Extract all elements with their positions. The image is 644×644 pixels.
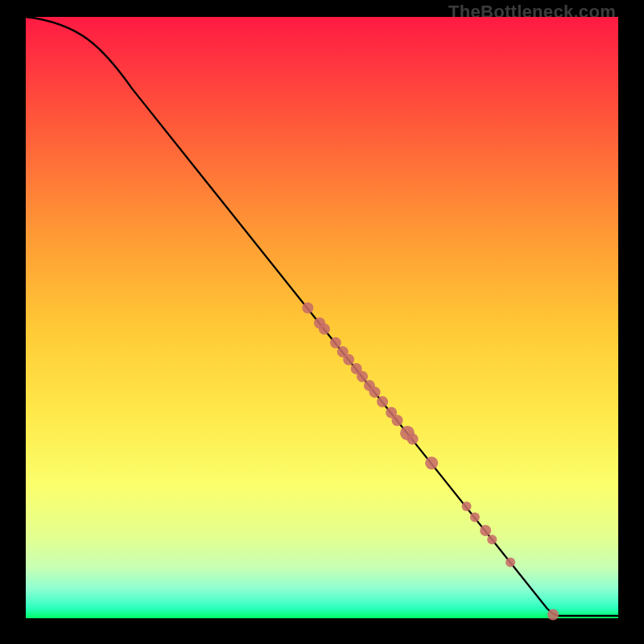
points-group: [302, 303, 559, 621]
data-point: [506, 558, 515, 568]
data-point: [470, 513, 480, 522]
data-point: [547, 609, 559, 621]
chart-svg: [26, 17, 618, 618]
data-point: [487, 535, 497, 544]
data-point: [407, 433, 419, 444]
chart-frame: TheBottleneck.com: [0, 0, 644, 644]
data-point: [343, 354, 354, 365]
data-point: [391, 415, 402, 426]
data-point: [369, 386, 381, 398]
data-point: [425, 456, 438, 469]
data-point: [357, 371, 368, 382]
data-point: [330, 337, 341, 349]
data-point: [480, 525, 491, 536]
chart-plot-area: [26, 17, 618, 618]
curve-line: [26, 17, 618, 616]
data-point: [302, 303, 313, 314]
data-point: [377, 396, 388, 407]
data-point: [319, 324, 330, 335]
data-point: [462, 502, 472, 511]
